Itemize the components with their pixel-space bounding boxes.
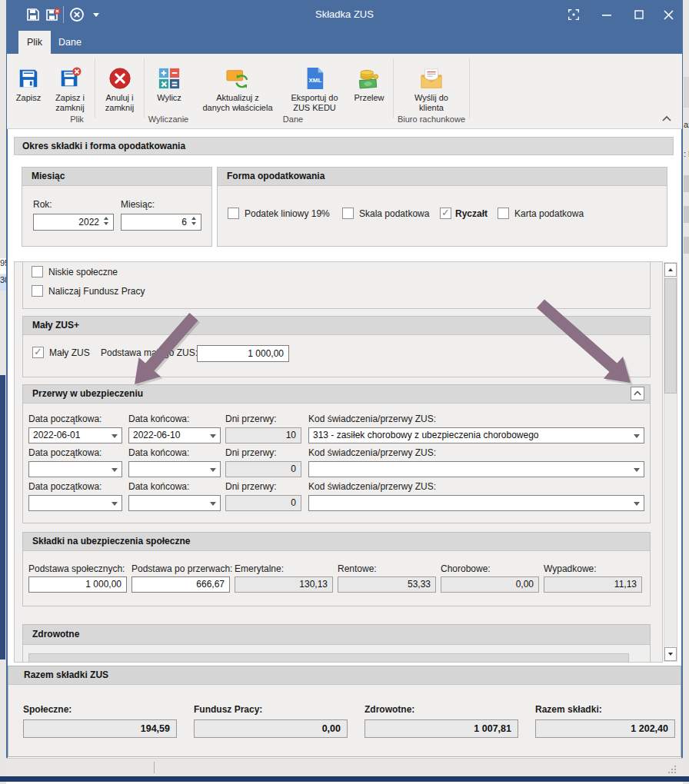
karta-podatkowa-label: Karta podatkowa — [514, 208, 584, 219]
ribbon-group-dane: Dane — [194, 114, 392, 125]
resize-grip-icon[interactable] — [666, 763, 677, 774]
ribbon-collapse-icon[interactable] — [661, 113, 675, 125]
background-band — [0, 375, 5, 659]
background-band — [684, 77, 689, 108]
qat-save-icon[interactable] — [26, 8, 40, 25]
rentowe-label: Rentowe: — [338, 563, 377, 574]
tab-plik[interactable]: Plik — [18, 31, 51, 54]
spoleczne-total-field: 194,59 — [23, 719, 177, 738]
qat-separator — [63, 6, 64, 23]
zdrowotne-total-field: 1 007,81 — [364, 719, 518, 738]
podstawa-spolecznych-input[interactable]: 1 000,00 — [28, 576, 127, 593]
kod-swiadczenia-label: Kod świadczenia/przerwy ZUS: — [308, 481, 436, 492]
qat-save-close-icon[interactable] — [45, 8, 61, 25]
spin-up-icon[interactable] — [191, 217, 196, 220]
spin-down-icon[interactable] — [104, 222, 108, 225]
dni-przerwy-label: Dni przerwy: — [225, 481, 277, 492]
data-koncowa-combo[interactable]: 2022-06-10 — [128, 427, 221, 443]
niskie-spoleczne-label: Niskie społeczne — [48, 267, 118, 277]
ryczalt-label: Ryczałt — [455, 208, 488, 219]
data-koncowa-combo[interactable] — [128, 495, 221, 511]
przerwy-collapse-button[interactable] — [631, 387, 644, 400]
kod-swiadczenia-combo[interactable] — [308, 461, 644, 477]
podstawa-malego-zus-label: Podstawa małego ZUS: — [101, 347, 198, 358]
wypadkowe-field: 11,13 — [544, 576, 642, 593]
save-close-icon — [58, 67, 82, 90]
emerytalne-label: Emerytalne: — [235, 563, 284, 574]
cancel-close-label: Anuluj i zamknij — [105, 93, 134, 112]
data-poczatkowa-combo[interactable]: 2022-06-01 — [28, 427, 122, 443]
ribbon-tabrow — [6, 29, 683, 54]
checkbox-naliczaj-fundusz[interactable] — [32, 285, 43, 297]
save-button[interactable]: Zapisz — [11, 57, 46, 114]
chorobowe-field: 0,00 — [441, 576, 539, 593]
kod-swiadczenia-label: Kod świadczenia/przerwy ZUS: — [308, 447, 436, 458]
tab-dane[interactable]: Dane — [51, 31, 89, 54]
kod-swiadczenia-combo[interactable]: 313 - zasiłek chorobowy z ubezpieczenia … — [308, 427, 644, 443]
zdrowotne-total-label: Zdrowotne: — [364, 704, 414, 715]
vertical-scrollbar[interactable] — [664, 262, 677, 662]
data-poczatkowa-label: Data początkowa: — [28, 447, 102, 458]
ribbon-separator — [393, 58, 394, 118]
group-zdrowotne-title: Zdrowotne — [23, 625, 650, 645]
send-to-client-button[interactable]: Wyślij do klienta — [396, 57, 467, 114]
focus-mode-button[interactable] — [564, 6, 584, 23]
minimize-button[interactable] — [597, 6, 617, 23]
export-zus-kedu-button[interactable]: XMLEksportuj do ZUS KEDU — [283, 57, 346, 114]
rok-spinner[interactable]: 2022 — [33, 214, 114, 231]
calculate-button[interactable]: Wylicz — [147, 57, 191, 114]
transfer-label: Przelew — [354, 93, 384, 102]
checkbox-ryczalt[interactable] — [440, 208, 451, 219]
checkbox-karta-podatkowa[interactable] — [498, 208, 509, 219]
checkbox-niskie-spoleczne[interactable] — [32, 266, 43, 277]
data-koncowa-label: Data końcowa: — [128, 481, 189, 492]
podstawa-po-przerwach-label: Podstawa po przerwach: — [131, 563, 232, 574]
miesiac-spinner[interactable]: 6 — [121, 214, 201, 231]
checkbox-maly-zus[interactable] — [32, 347, 44, 358]
scroll-up-button[interactable] — [664, 263, 677, 277]
checkbox-skala-podatkowa[interactable] — [342, 208, 354, 219]
data-koncowa-combo[interactable] — [128, 461, 221, 477]
emerytalne-field: 130,13 — [235, 576, 333, 593]
zdrowotne-partial-field — [28, 653, 629, 663]
cancel-and-close-button[interactable]: Anuluj i zamknij — [97, 57, 142, 114]
window-bottom-border — [0, 776, 689, 782]
ribbon-separator — [469, 58, 470, 118]
checkbox-podatek-liniowy[interactable] — [228, 208, 239, 219]
triangle-up-icon — [668, 268, 673, 271]
scrollbar-thumb[interactable] — [664, 278, 677, 394]
send-to-client-label: Wyślij do klienta — [414, 93, 448, 112]
update-from-owner-button[interactable]: Aktualizuj z danych właściciela — [194, 57, 281, 114]
update-from-owner-label: Aktualizuj z danych właściciela — [202, 93, 272, 112]
maximize-button[interactable] — [629, 6, 649, 23]
transfer-button[interactable]: Przelew — [348, 57, 391, 114]
razem-skladki-total-label: Razem składki: — [535, 704, 602, 715]
background-text-fragment: az — [684, 120, 689, 132]
ribbon-group-wyliczanie: Wyliczanie — [144, 114, 193, 125]
skala-podatkowa-label: Skala podatkowa — [359, 208, 429, 219]
podstawa-malego-zus-input[interactable]: 1 000,00 — [197, 345, 289, 362]
background-text-fragment: : P — [684, 149, 689, 161]
close-button[interactable] — [658, 6, 678, 23]
status-bar — [6, 758, 683, 776]
scroll-down-button[interactable] — [664, 647, 677, 661]
dni-przerwy-label: Dni przerwy: — [225, 414, 277, 424]
data-poczatkowa-label: Data początkowa: — [28, 481, 102, 492]
group-forma-title: Forma opodatkowania — [218, 168, 667, 186]
rentowe-field: 53,33 — [338, 576, 436, 593]
data-poczatkowa-combo[interactable] — [28, 495, 122, 511]
qat-cancel-icon[interactable] — [69, 7, 85, 25]
spin-up-icon[interactable] — [104, 217, 108, 220]
data-koncowa-label: Data końcowa: — [128, 414, 189, 424]
podstawa-po-przerwach-input[interactable]: 666,67 — [131, 576, 230, 593]
group-miesiac-title: Miesiąc — [22, 168, 211, 186]
kod-swiadczenia-combo[interactable] — [308, 495, 644, 511]
spin-down-icon[interactable] — [191, 222, 196, 225]
screen: 95 30 az : P Składka ZUS Plik — [0, 0, 689, 784]
qat-dropdown-icon[interactable] — [93, 13, 99, 20]
triangle-down-icon — [668, 653, 673, 656]
save-and-close-button[interactable]: Zapisz i zamknij — [47, 57, 93, 114]
data-poczatkowa-combo[interactable] — [28, 461, 122, 477]
svg-text:XML: XML — [309, 77, 322, 84]
ribbon-separator — [95, 58, 95, 118]
